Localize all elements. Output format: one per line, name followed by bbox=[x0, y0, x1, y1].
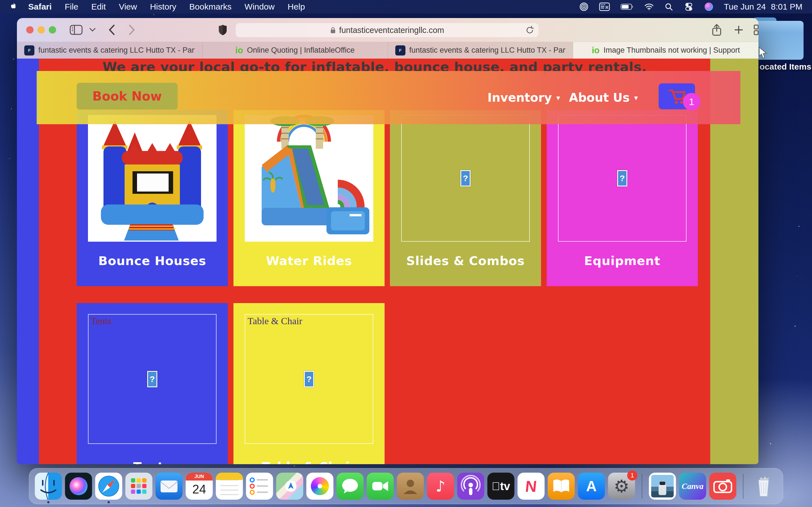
menu-item-file[interactable]: File bbox=[64, 2, 78, 11]
page-left-stripe bbox=[17, 59, 39, 464]
broken-image-icon: ? bbox=[304, 371, 314, 387]
category-card-water-rides[interactable]: Water Rides bbox=[234, 110, 385, 286]
dock-canva-icon[interactable]: Canva bbox=[679, 473, 706, 500]
hotspot-icon[interactable] bbox=[579, 2, 589, 11]
privacy-shield-icon[interactable] bbox=[214, 18, 231, 42]
tab-2[interactable]: ioOnline Quoting | InflatableOffice bbox=[202, 42, 388, 59]
browser-toolbar: funtasticeventcateringllc.com bbox=[17, 18, 758, 42]
broken-image-icon: ? bbox=[617, 170, 627, 186]
menu-time: 8:01 PM bbox=[771, 2, 802, 11]
dock-mail-icon[interactable] bbox=[156, 473, 183, 500]
category-card-slides-combos[interactable]: ?Slides & Combos bbox=[390, 110, 541, 286]
category-label: Slides & Combos bbox=[390, 254, 541, 268]
dock-finder-icon[interactable] bbox=[35, 473, 62, 500]
battery-icon[interactable] bbox=[620, 3, 633, 10]
dock-tv-icon[interactable]: tv bbox=[488, 473, 515, 500]
tab-title: funtastic events & catering LLC Hutto TX… bbox=[409, 46, 566, 55]
menu-app-name[interactable]: Safari bbox=[28, 2, 52, 11]
url-text: funtasticeventcateringllc.com bbox=[339, 25, 444, 35]
dock-calendar-icon[interactable]: JUN24 bbox=[186, 473, 213, 500]
cart-count-badge: 1 bbox=[683, 93, 700, 110]
star bbox=[770, 443, 771, 444]
tab-title: Image Thumbnails not working | Support bbox=[604, 46, 740, 55]
dock-notes-icon[interactable] bbox=[216, 473, 243, 500]
dock-siri-icon[interactable] bbox=[65, 473, 92, 500]
dock-appstore-icon[interactable]: A bbox=[578, 473, 605, 500]
zoom-button[interactable] bbox=[49, 26, 56, 34]
keyboard-icon[interactable]: ⌘ bbox=[599, 3, 610, 11]
inflatableoffice-favicon: io bbox=[235, 46, 243, 55]
forward-button[interactable] bbox=[123, 18, 140, 42]
tab-4[interactable]: ioImage Thumbnails not working | Support bbox=[573, 42, 758, 59]
sidebar-icon[interactable] bbox=[67, 18, 85, 42]
minimize-button[interactable] bbox=[38, 26, 45, 34]
new-tab-button[interactable] bbox=[730, 18, 748, 42]
dock-camera-icon[interactable] bbox=[709, 473, 737, 500]
safari-window: funtasticeventcateringllc.com Ffuntastic… bbox=[17, 18, 758, 464]
dock-books-icon[interactable] bbox=[548, 473, 575, 500]
dock-photos-icon[interactable] bbox=[306, 473, 334, 500]
tab-title: funtastic events & catering LLC Hutto TX… bbox=[38, 46, 195, 55]
tab-overview-icon[interactable] bbox=[750, 18, 758, 42]
book-now-button[interactable]: Book Now bbox=[77, 83, 177, 110]
wifi-icon[interactable] bbox=[644, 3, 654, 10]
star bbox=[11, 108, 12, 109]
siri-icon[interactable] bbox=[705, 3, 713, 11]
dock-music-icon[interactable]: ♪ bbox=[427, 473, 454, 500]
tab-3[interactable]: Ffuntastic events & catering LLC Hutto T… bbox=[388, 42, 573, 59]
category-label: Bounce Houses bbox=[77, 254, 228, 268]
dock-contacts-icon[interactable] bbox=[397, 473, 424, 500]
back-button[interactable] bbox=[103, 18, 120, 42]
dock-safari-icon[interactable] bbox=[95, 473, 122, 500]
menu-item-edit[interactable]: Edit bbox=[91, 2, 106, 11]
canva-label: Canva bbox=[679, 473, 706, 500]
share-icon[interactable] bbox=[708, 18, 726, 42]
calendar-day: 24 bbox=[186, 481, 213, 498]
dock-messages-icon[interactable] bbox=[337, 473, 364, 500]
category-card-equipment[interactable]: ?Equipment bbox=[547, 110, 698, 286]
broken-image-alt-text: Tents bbox=[91, 316, 111, 327]
star bbox=[795, 326, 796, 327]
water-slide-photo bbox=[245, 115, 373, 242]
control-center-icon[interactable] bbox=[684, 3, 694, 11]
dock-settings-icon[interactable]: ⚙1 bbox=[608, 473, 635, 500]
menu-items: FileEditViewHistoryBookmarksWindowHelp bbox=[64, 2, 318, 11]
category-card-table-chair[interactable]: Table & Chair?Table & Chair bbox=[234, 303, 385, 464]
apple-menu-icon[interactable] bbox=[10, 2, 17, 12]
dock-divider bbox=[743, 474, 744, 499]
chevron-down-icon: ▾ bbox=[634, 94, 638, 102]
dock-launchpad-icon[interactable] bbox=[125, 473, 153, 500]
nav-about-us[interactable]: About Us▾ bbox=[569, 71, 638, 124]
category-card-bounce-houses[interactable]: Bounce Houses bbox=[77, 110, 228, 286]
search-icon[interactable] bbox=[665, 3, 673, 11]
nav-inventory[interactable]: Inventory▾ bbox=[488, 71, 560, 124]
dock-image-file-icon[interactable] bbox=[649, 473, 676, 500]
menu-item-view[interactable]: View bbox=[119, 2, 137, 11]
menu-item-help[interactable]: Help bbox=[288, 2, 305, 11]
category-card-tents[interactable]: Tents?Tents bbox=[77, 303, 228, 464]
menu-item-history[interactable]: History bbox=[150, 2, 176, 11]
broken-image-icon: ? bbox=[147, 371, 157, 387]
dock-trash-icon[interactable] bbox=[750, 473, 777, 500]
menu-date: Tue Jun 24 bbox=[724, 2, 766, 11]
dock-maps-icon[interactable] bbox=[276, 473, 303, 500]
menu-item-window[interactable]: Window bbox=[245, 2, 274, 11]
dock-facetime-icon[interactable] bbox=[367, 473, 394, 500]
running-indicator bbox=[108, 501, 110, 503]
bounce-house-photo bbox=[88, 115, 216, 242]
star bbox=[9, 158, 10, 159]
chevron-down-icon[interactable] bbox=[87, 18, 98, 42]
menu-item-bookmarks[interactable]: Bookmarks bbox=[189, 2, 232, 11]
calendar-month: JUN bbox=[186, 473, 213, 481]
broken-image-icon: ? bbox=[460, 170, 470, 186]
url-field[interactable]: funtasticeventcateringllc.com bbox=[236, 23, 539, 37]
dock-podcasts-icon[interactable] bbox=[457, 473, 485, 500]
tab-1[interactable]: Ffuntastic events & catering LLC Hutto T… bbox=[17, 42, 202, 59]
dock-news-icon[interactable]: N bbox=[518, 473, 545, 500]
menu-clock: Tue Jun 24 8:01 PM bbox=[724, 2, 802, 11]
dock-reminders-icon[interactable] bbox=[246, 473, 273, 500]
svg-text:⌘: ⌘ bbox=[605, 5, 609, 10]
star bbox=[797, 276, 797, 276]
close-button[interactable] bbox=[26, 26, 34, 34]
reload-icon[interactable] bbox=[525, 25, 534, 37]
